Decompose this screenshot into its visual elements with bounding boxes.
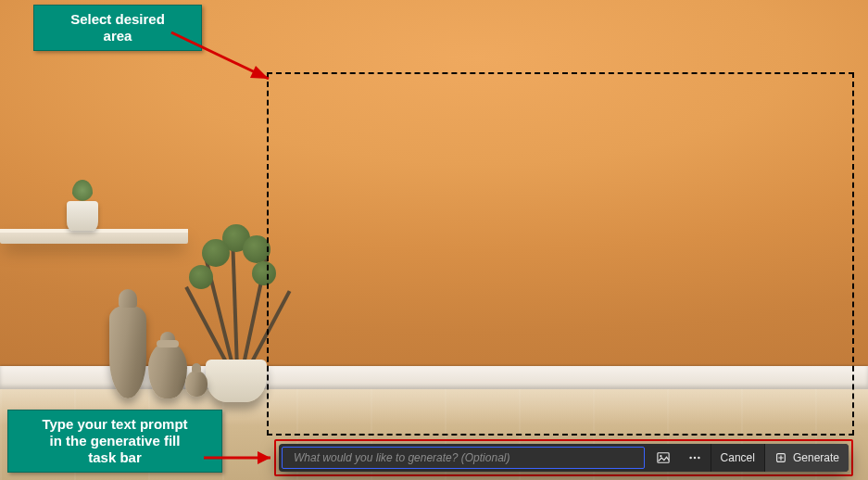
prompt-input[interactable] xyxy=(292,450,635,465)
generate-button[interactable]: Generate xyxy=(765,444,849,472)
svg-point-1 xyxy=(660,455,661,457)
more-icon xyxy=(688,451,701,464)
svg-point-3 xyxy=(693,457,695,459)
prompt-field-wrapper[interactable] xyxy=(282,447,645,469)
image-icon xyxy=(657,451,670,464)
generate-label: Generate xyxy=(793,451,839,464)
shelf-pot xyxy=(67,201,98,231)
callout-select-area: Select desired area xyxy=(33,5,202,51)
generative-fill-taskbar: Cancel Generate xyxy=(279,444,849,472)
vase-round xyxy=(148,343,187,398)
gallery-button[interactable] xyxy=(648,444,679,472)
floor-pot xyxy=(206,360,267,402)
canvas-room-scene xyxy=(0,0,868,480)
generate-icon xyxy=(774,451,787,464)
more-options-button[interactable] xyxy=(679,444,711,472)
svg-point-4 xyxy=(698,457,699,459)
wall-shelf xyxy=(0,229,188,244)
callout-type-prompt: Type your text prompt in the generative … xyxy=(7,410,222,473)
svg-point-2 xyxy=(689,457,691,459)
vase-tall xyxy=(109,306,146,398)
floor-plant xyxy=(195,230,283,369)
vase-small xyxy=(185,371,208,397)
cancel-label: Cancel xyxy=(721,451,755,464)
cancel-button[interactable]: Cancel xyxy=(711,444,764,472)
